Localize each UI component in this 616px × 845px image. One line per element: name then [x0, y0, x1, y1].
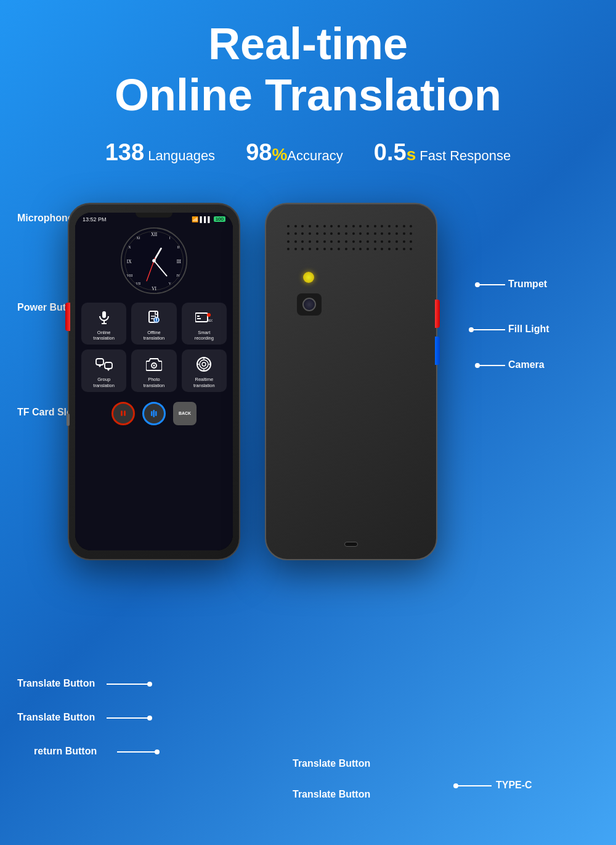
svg-point-17	[152, 259, 156, 263]
grille-dot	[381, 232, 383, 235]
svg-text:X: X	[129, 245, 131, 248]
svg-rect-49	[153, 410, 155, 417]
svg-text:III: III	[177, 258, 182, 264]
svg-rect-50	[155, 411, 157, 416]
grille-dot	[338, 248, 340, 250]
signal-icon: ▌▌▌	[200, 216, 212, 222]
grille-dot	[410, 225, 412, 227]
grille-dot	[301, 225, 304, 227]
svg-rect-33	[96, 359, 103, 365]
grille-dot	[323, 225, 326, 227]
app-offline-translation[interactable]: Offlinetranslation	[131, 303, 176, 345]
grille-dot	[287, 240, 290, 243]
grille-dot	[374, 248, 376, 250]
status-icons: 📶 ▌▌▌ 100	[192, 216, 226, 222]
stats-row: 138 Languages 98%Accuracy 0.5s Fast Resp…	[0, 139, 616, 166]
grille-dot	[345, 225, 347, 227]
grille-dot	[367, 225, 369, 227]
online-translation-label: Onlinetranslation	[93, 330, 115, 342]
svg-point-70	[453, 783, 458, 788]
grille-dot	[403, 248, 405, 250]
camera-lens	[302, 298, 316, 311]
translate-btn-blue[interactable]	[142, 402, 166, 425]
grille-dot	[330, 240, 333, 243]
app-realtime-translation[interactable]: Realtimetranslation	[182, 349, 227, 392]
grille-dot	[388, 225, 391, 227]
svg-rect-48	[151, 411, 153, 416]
smart-recording-label: Smartrecording	[195, 330, 214, 342]
grille-dot	[381, 225, 383, 227]
grille-dot	[287, 232, 290, 235]
photo-translation-label: Phototranslation	[144, 377, 165, 389]
grille-dot	[367, 248, 369, 250]
phone-front: 13:52 PM 📶 ▌▌▌ 100 XII III	[68, 203, 240, 560]
grille-dot	[287, 225, 290, 227]
svg-text:XI: XI	[136, 236, 140, 240]
back-side-translate-btn-blue[interactable]	[435, 337, 440, 365]
grille-dot	[301, 248, 304, 250]
svg-text:V: V	[169, 282, 171, 285]
grille-dot	[345, 240, 347, 243]
app-online-translation[interactable]: Onlinetranslation	[81, 303, 126, 345]
grille-dot	[323, 248, 326, 250]
grille-dot	[367, 240, 369, 243]
phone-screen: 13:52 PM 📶 ▌▌▌ 100 XII III	[75, 213, 233, 550]
offline-translation-label: Offlinetranslation	[144, 330, 165, 342]
fill-light	[303, 272, 314, 283]
grille-dot	[403, 232, 405, 235]
page-header: Real-time Online Translation 138 Languag…	[0, 0, 616, 166]
svg-marker-34	[98, 365, 102, 367]
grille-dot	[388, 248, 391, 250]
clock-svg: XII III VI IX I II IV V VII VIII X XI	[120, 227, 188, 295]
devices-container: 13:52 PM 📶 ▌▌▌ 100 XII III	[0, 178, 616, 794]
grille-dot	[352, 232, 355, 235]
back-side-translate-btn-red[interactable]	[435, 300, 440, 328]
svg-point-41	[202, 362, 206, 366]
speaker-grille: // Will render dots via JS below	[285, 222, 418, 256]
svg-rect-47	[124, 410, 126, 416]
status-time: 13:52 PM	[83, 216, 107, 222]
grille-dot	[359, 240, 362, 243]
svg-marker-36	[107, 369, 110, 371]
grille-dot	[345, 232, 347, 235]
camera-app-icon	[144, 354, 164, 374]
grille-dot	[388, 232, 391, 235]
grille-dot	[309, 225, 311, 227]
grille-dot	[294, 240, 297, 243]
grille-dot	[359, 248, 362, 250]
grille-dot	[294, 225, 297, 227]
grille-dot	[403, 240, 405, 243]
grille-dot	[330, 232, 333, 235]
realtime-icon	[194, 354, 214, 374]
clock-display: XII III VI IX I II IV V VII VIII X XI	[75, 224, 233, 298]
screen-content: 13:52 PM 📶 ▌▌▌ 100 XII III	[75, 213, 233, 550]
app-smart-recording[interactable]: REC Smartrecording	[182, 303, 227, 345]
grille-dot	[294, 232, 297, 235]
grille-dot	[359, 232, 362, 235]
svg-text:II: II	[177, 245, 180, 248]
svg-point-27	[156, 320, 157, 322]
type-c-port	[344, 542, 358, 547]
app-photo-translation[interactable]: Phototranslation	[131, 349, 176, 392]
power-button-side[interactable]	[65, 303, 70, 331]
grille-dot	[338, 232, 340, 235]
svg-text:I: I	[169, 236, 171, 240]
bottom-buttons-area: BACK	[75, 397, 233, 430]
grille-dot	[367, 232, 369, 235]
svg-point-31	[207, 313, 211, 317]
grille-dot	[410, 240, 412, 243]
svg-text:VI: VI	[152, 285, 156, 291]
camera-module	[297, 293, 322, 316]
grille-dot	[338, 225, 340, 227]
grille-dot	[316, 225, 318, 227]
svg-text:XII: XII	[151, 231, 158, 237]
svg-text:VII: VII	[136, 282, 141, 285]
app-group-translation[interactable]: Grouptranslation	[81, 349, 126, 392]
translate-btn-red[interactable]	[111, 402, 135, 425]
file-icon	[144, 308, 164, 327]
grille-dot	[316, 240, 318, 243]
svg-point-68	[475, 363, 480, 368]
back-button[interactable]: BACK	[173, 402, 197, 425]
svg-rect-28	[195, 313, 208, 322]
grille-dot	[323, 240, 326, 243]
